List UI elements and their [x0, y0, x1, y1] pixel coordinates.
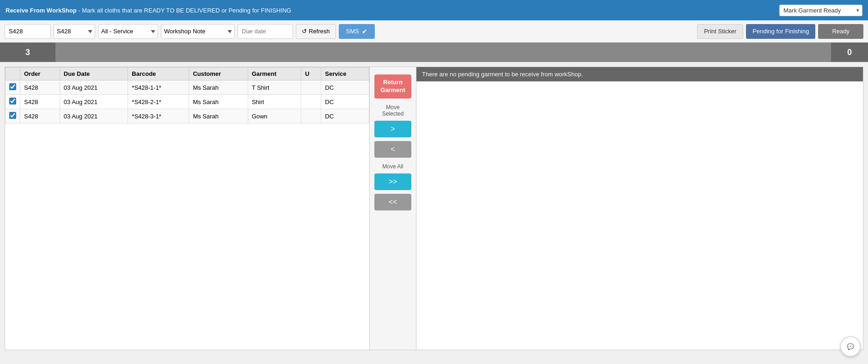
- order-select[interactable]: S428: [54, 24, 95, 39]
- table-header-row: Order Due Date Barcode Customer Garment …: [6, 68, 369, 80]
- due-date-input[interactable]: [238, 24, 293, 39]
- row-checkbox-cell[interactable]: [6, 95, 20, 109]
- table-body: S42803 Aug 2021*S428-1-1*Ms SarahT Shirt…: [6, 80, 369, 123]
- mark-garment-ready-dropdown-wrapper[interactable]: Mark Garment Ready: [779, 5, 862, 16]
- refresh-icon: ↺: [302, 28, 307, 35]
- row-cell-order: S428: [20, 109, 60, 123]
- row-cell-customer: Ms Sarah: [189, 80, 248, 95]
- table-row: S42803 Aug 2021*S428-3-1*Ms SarahGownDC: [6, 109, 369, 123]
- row-cell-due_date: 03 Aug 2021: [60, 95, 128, 109]
- col-header-order: Order: [20, 68, 60, 80]
- workshop-note-select-wrapper[interactable]: Workshop Note: [161, 24, 235, 39]
- row-cell-customer: Ms Sarah: [189, 109, 248, 123]
- row-cell-garment: Shirt: [248, 95, 301, 109]
- right-panel-header: There are no pending garment to be recei…: [416, 67, 863, 81]
- return-garment-button[interactable]: ReturnGarment: [374, 74, 411, 99]
- refresh-button[interactable]: ↺ Refresh: [296, 24, 336, 39]
- col-header-due-date: Due Date: [60, 68, 128, 80]
- row-cell-u: [301, 95, 321, 109]
- garments-table: Order Due Date Barcode Customer Garment …: [5, 67, 369, 123]
- row-checkbox-cell[interactable]: [6, 80, 20, 95]
- row-cell-u: [301, 80, 321, 95]
- table-scroll[interactable]: Order Due Date Barcode Customer Garment …: [5, 67, 369, 350]
- print-sticker-button[interactable]: Print Sticker: [697, 24, 743, 39]
- table-row: S42803 Aug 2021*S428-1-1*Ms SarahT Shirt…: [6, 80, 369, 95]
- count-middle: [55, 43, 831, 62]
- move-right-button[interactable]: >: [374, 121, 411, 137]
- chat-icon: 💬: [847, 343, 854, 350]
- move-all-label: Move All: [382, 163, 403, 170]
- row-cell-service: DC: [321, 80, 369, 95]
- right-count: 0: [831, 43, 868, 62]
- header-title: Receive From WorkShop - Mark all cloths …: [6, 7, 291, 14]
- sms-check-icon: ✔: [362, 28, 367, 35]
- row-cell-order: S428: [20, 95, 60, 109]
- count-bar: 3 0: [0, 43, 868, 62]
- right-panel: There are no pending garment to be recei…: [416, 67, 863, 350]
- col-header-u: U: [301, 68, 321, 80]
- workshop-note-select[interactable]: Workshop Note: [161, 24, 235, 39]
- col-header-service: Service: [321, 68, 369, 80]
- search-input[interactable]: [5, 24, 51, 39]
- row-cell-order: S428: [20, 80, 60, 95]
- row-cell-customer: Ms Sarah: [189, 95, 248, 109]
- sms-button[interactable]: SMS ✔: [339, 24, 375, 39]
- row-checkbox-cell[interactable]: [6, 109, 20, 123]
- middle-panel: ReturnGarment MoveSelected > < Move All …: [370, 67, 416, 350]
- ready-button[interactable]: Ready: [818, 24, 863, 39]
- row-cell-due_date: 03 Aug 2021: [60, 80, 128, 95]
- row-cell-garment: T Shirt: [248, 80, 301, 95]
- row-checkbox[interactable]: [9, 83, 16, 90]
- row-checkbox[interactable]: [9, 98, 16, 105]
- table-row: S42803 Aug 2021*S428-2-1*Ms SarahShirtDC: [6, 95, 369, 109]
- main-content: Order Due Date Barcode Customer Garment …: [0, 62, 868, 355]
- chat-bubble[interactable]: 💬: [840, 336, 861, 357]
- col-header-customer: Customer: [189, 68, 248, 80]
- service-select-wrapper[interactable]: All - Service: [98, 24, 158, 39]
- mark-garment-ready-select[interactable]: Mark Garment Ready: [779, 5, 862, 16]
- row-cell-service: DC: [321, 95, 369, 109]
- move-all-left-button[interactable]: <<: [374, 194, 411, 210]
- row-cell-garment: Gown: [248, 109, 301, 123]
- col-header-barcode: Barcode: [128, 68, 189, 80]
- row-cell-barcode: *S428-1-1*: [128, 80, 189, 95]
- move-selected-label: MoveSelected: [382, 104, 404, 117]
- left-panel: Order Due Date Barcode Customer Garment …: [5, 67, 370, 350]
- row-cell-barcode: *S428-3-1*: [128, 109, 189, 123]
- col-header-checkbox: [6, 68, 20, 80]
- pending-finishing-button[interactable]: Pending for Finishing: [746, 24, 815, 39]
- move-left-button[interactable]: <: [374, 141, 411, 158]
- left-count: 3: [0, 43, 55, 62]
- right-panel-body: [416, 81, 863, 350]
- move-all-right-button[interactable]: >>: [374, 173, 411, 190]
- row-cell-u: [301, 109, 321, 123]
- service-select[interactable]: All - Service: [98, 24, 158, 39]
- row-cell-service: DC: [321, 109, 369, 123]
- row-checkbox[interactable]: [9, 112, 16, 119]
- row-cell-due_date: 03 Aug 2021: [60, 109, 128, 123]
- top-header: Receive From WorkShop - Mark all cloths …: [0, 0, 868, 20]
- row-cell-barcode: *S428-2-1*: [128, 95, 189, 109]
- order-select-wrapper[interactable]: S428: [54, 24, 95, 39]
- toolbar: S428 All - Service Workshop Note ↺ Refre…: [0, 20, 868, 43]
- col-header-garment: Garment: [248, 68, 301, 80]
